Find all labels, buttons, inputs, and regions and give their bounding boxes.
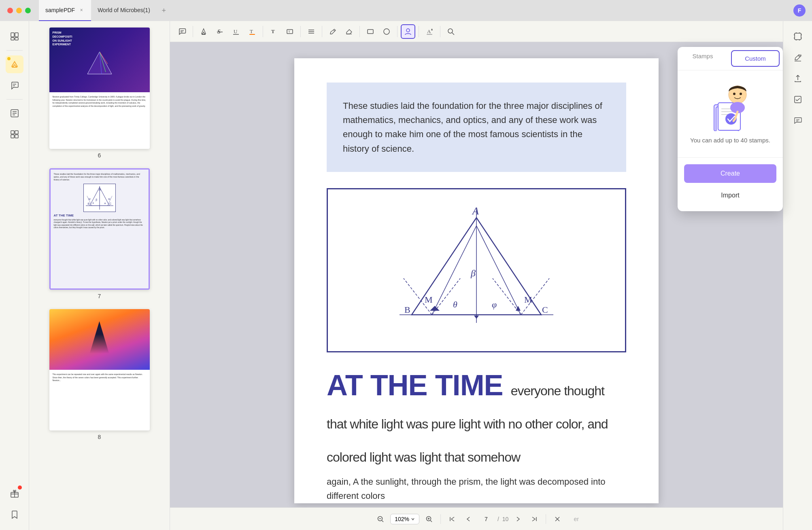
minimize-button[interactable] [16,8,22,13]
tab-microbes[interactable]: World of Microbes(1) [91,0,157,21]
thumbnail-item-8[interactable]: This experiment can be repeated now and … [49,309,150,440]
page-first-button[interactable] [446,513,459,526]
thumb8-bg [49,309,150,370]
close-button-bottom[interactable] [551,513,564,526]
svg-text:B: B [404,305,410,315]
sidebar-icon-comment[interactable] [6,76,23,94]
page-number-input[interactable]: 7 [478,516,494,522]
stamps-tab-stamps[interactable]: Stamps [678,47,728,70]
import-button[interactable]: Import [684,186,776,205]
svg-rect-36 [202,34,206,35]
svg-text:φ: φ [492,299,497,310]
stamps-text: You can add up to 40 stamps. [690,136,770,145]
thumb-card-8[interactable]: This experiment can be repeated now and … [49,309,150,430]
thumb7-body: everyone thought that white light was pu… [54,219,145,229]
sidebar-icon-layers[interactable] [6,125,23,143]
thumb-card-6[interactable]: PRISMDECOMPOSITION SUNLIGHTEXPERIMENT Ne… [49,28,150,149]
thumb8-shape [87,321,112,354]
bottom-div-2 [546,514,546,524]
svg-marker-78 [474,316,479,319]
svg-point-106 [740,93,742,95]
text-color-button[interactable]: T [245,24,259,39]
window-controls [0,8,31,13]
tab-samplepdf-label: samplePDF [45,7,75,13]
svg-text:θ: θ [92,202,94,204]
thumbnail-item-7[interactable]: These studies laid the foundation for th… [49,168,150,299]
sidebar-icon-search[interactable] [6,104,23,122]
sidebar-icon-gift[interactable] [6,485,23,502]
zoom-in-button[interactable] [423,513,436,526]
page-next-button[interactable] [512,513,525,526]
thumb6-bg: PRISMDECOMPOSITION SUNLIGHTEXPERIMENT [49,28,150,92]
svg-rect-3 [15,38,18,40]
tab-add-button[interactable]: + [158,5,170,16]
svg-text:A: A [427,28,431,34]
title-bar: samplePDF × World of Microbes(1) + F [0,0,812,21]
svg-line-49 [334,30,335,31]
pencil-button[interactable] [325,24,340,39]
close-button[interactable] [7,8,13,13]
svg-line-80 [382,520,384,522]
create-button[interactable]: Create [684,164,776,183]
text-box-button[interactable]: T [283,24,297,39]
toolbar-div-1 [193,26,193,37]
zoom-out-button[interactable] [374,513,387,526]
stamps-panel: Stamps Custom [678,47,783,211]
pdf-page: These studies laid the foundation for th… [294,58,659,503]
svg-text:β: β [470,268,476,278]
svg-text:T: T [250,28,253,34]
sidebar-icon-highlight[interactable] [6,55,23,73]
page-last-button[interactable] [528,513,541,526]
prism-diagram: A B C M M β θ φ [391,206,561,335]
page-body-section: AT THE TIME everyone thought that white … [327,369,626,503]
underline-button[interactable]: U [229,24,243,39]
thumb-num-8: 8 [98,434,101,440]
search-button[interactable] [444,24,458,39]
comment-button[interactable] [175,24,189,39]
sidebar-icon-bookmark[interactable] [6,506,23,524]
stamp-user-button[interactable] [401,24,415,39]
page-prev-button[interactable] [462,513,475,526]
zoom-selector[interactable]: 102% [390,514,419,524]
svg-text:θ: θ [453,299,457,310]
svg-rect-11 [11,131,14,134]
strikethrough-button[interactable]: S [213,24,227,39]
right-icon-check[interactable] [789,91,807,108]
bottom-div-1 [440,514,441,524]
thumb-card-7[interactable]: These studies laid the foundation for th… [49,168,150,290]
svg-rect-94 [795,96,801,103]
svg-text:A: A [99,188,101,191]
toolbar-div-4 [322,26,322,37]
thumb8-text: This experiment can be repeated now and … [49,370,150,386]
svg-rect-14 [15,135,18,138]
right-icon-scan[interactable] [789,28,807,45]
maximize-button[interactable] [25,8,31,13]
shape-circle-button[interactable] [379,24,394,39]
tab-close-samplepdf[interactable]: × [78,7,85,13]
stamps-tabs: Stamps Custom [678,47,783,70]
svg-rect-42 [249,34,255,35]
sidebar-icon-pages[interactable] [6,28,23,45]
color-button[interactable]: A [422,24,437,39]
right-icon-edit[interactable]: A [789,49,807,66]
right-icon-upload[interactable] [789,70,807,87]
heading-text: AT THE TIME [327,369,503,401]
tab-samplepdf[interactable]: samplePDF × [39,0,91,21]
svg-rect-4 [12,67,17,68]
gift-badge [18,485,22,490]
highlight-button[interactable] [196,24,211,39]
text-button[interactable]: T [266,24,281,39]
tab-microbes-label: World of Microbes(1) [98,7,150,13]
stamps-tab-label: Stamps [693,53,713,59]
right-icon-chat[interactable] [789,112,807,129]
svg-rect-12 [15,131,18,134]
thumb-num-7: 7 [98,293,101,299]
right-sidebar: A [783,21,812,530]
list-button[interactable] [304,24,319,39]
intro-text: These studies laid the foundation for th… [343,99,610,156]
avatar[interactable]: F [793,4,806,17]
stamps-tab-custom[interactable]: Custom [731,50,780,67]
shape-rect-button[interactable] [363,24,378,39]
eraser-button[interactable] [342,24,356,39]
thumbnail-item-6[interactable]: PRISMDECOMPOSITION SUNLIGHTEXPERIMENT Ne… [49,28,150,159]
